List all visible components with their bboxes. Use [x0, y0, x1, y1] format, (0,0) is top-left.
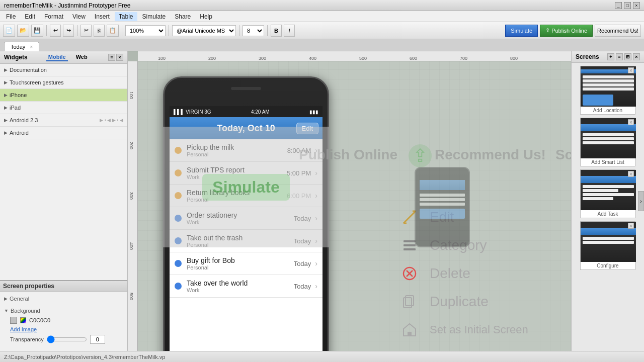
toolbar-separator-3 [122, 25, 122, 36]
task-item[interactable]: Take over the world Work Today › [170, 275, 323, 298]
section-android23[interactable]: ▶ Android 2.3 ▶ • ◀ ▶ • ◀ [0, 114, 127, 127]
font-select[interactable]: @Arial Unicode MS [172, 25, 236, 36]
toolbar-separator-6 [267, 25, 268, 36]
simulate-label: Simulate [202, 174, 289, 201]
ctx-set-initial-item[interactable]: Set as Initial Screen [399, 320, 560, 340]
new-button[interactable]: 📄 [3, 25, 15, 37]
close-button[interactable]: × [633, 2, 640, 9]
menu-simulate[interactable]: Simulate [138, 12, 170, 21]
maximize-button[interactable]: □ [624, 2, 631, 9]
share-icon-faded: ⇪ [409, 144, 432, 167]
cut-button[interactable]: ✂ [80, 25, 92, 37]
general-label: General [10, 296, 29, 302]
section-touchscreen[interactable]: ▶ Touchscreen gestures [0, 76, 127, 89]
thumb-close-icon[interactable]: × [628, 119, 634, 125]
menu-format[interactable]: Format [40, 12, 67, 21]
screen-thumb-add-smart-list[interactable]: × Add Smart List [580, 118, 635, 166]
status-bar-bottom: Z:\Capa_Prototipado\Prototipos\version_4… [0, 351, 644, 362]
task-category: Work [187, 287, 294, 293]
context-menu-area: Edit Category Delete [399, 207, 560, 340]
widgets-title: Widgets [4, 54, 28, 61]
widgets-panel-close[interactable]: × [116, 54, 123, 61]
phone-thumb-faded [415, 167, 470, 247]
left-panel: Widgets Mobile Web ≡ × ▶ Documentation ▶ [0, 51, 128, 351]
simulate-button[interactable]: Simulate [505, 25, 538, 37]
menu-share[interactable]: Share [171, 12, 195, 21]
menu-table[interactable]: Table [115, 12, 137, 21]
right-panel: Screens + ≡ ⊞ × × [571, 51, 644, 351]
redo-button[interactable]: ↪ [63, 25, 74, 37]
ruler-tick: 300 [129, 192, 134, 200]
web-tab[interactable]: Web [74, 53, 90, 61]
screen-thumb-add-task[interactable]: × Add Task [580, 169, 635, 218]
recommend-us-label: Recommend Us! [435, 147, 546, 163]
screens-toolbar: + ≡ ⊞ × [607, 53, 640, 60]
widgets-panel-menu[interactable]: ≡ [108, 54, 115, 61]
menu-edit[interactable]: Edit [21, 12, 39, 21]
color-swatch[interactable] [10, 317, 17, 324]
title-text: rememberTheMilk - Justinmind Prototyper … [4, 2, 130, 9]
tab-close-icon[interactable]: × [30, 44, 33, 50]
task-item[interactable]: Buy gift for Bob Personal Today › [170, 252, 323, 275]
section-label: iPhone [10, 92, 27, 98]
mobile-tab[interactable]: Mobile [46, 53, 68, 61]
font-size-select[interactable]: 8 10 12 [243, 25, 264, 36]
title-controls[interactable]: _ □ × [615, 2, 640, 9]
general-section: ▶ General [4, 295, 123, 303]
section-label: Android 2.3 [10, 117, 38, 123]
screens-add-icon[interactable]: + [607, 53, 614, 60]
thumb-close-icon[interactable]: × [628, 171, 634, 177]
set-initial-label: Set as Initial Screen [430, 323, 528, 336]
ruler-tick: 700 [460, 56, 467, 61]
tab-today[interactable]: Today × [4, 42, 39, 51]
color-swatch-2[interactable] [20, 317, 26, 323]
transparency-slider[interactable] [47, 335, 87, 343]
ruler-tick: 600 [410, 56, 417, 61]
menu-help[interactable]: Help [196, 12, 216, 21]
zoom-select[interactable]: 100% 75% 150% [125, 25, 166, 36]
delete-label: Delete [430, 265, 470, 282]
add-image-link[interactable]: Add Image [10, 326, 37, 332]
screens-layout-icon[interactable]: ⊞ [624, 53, 631, 60]
task-dot-blue [175, 260, 182, 267]
section-ipad[interactable]: ▶ iPad [0, 102, 127, 114]
paste-button[interactable]: 📋 [107, 25, 119, 37]
menu-insert[interactable]: Insert [91, 12, 114, 21]
section-iphone[interactable]: ▶ iPhone [0, 89, 127, 102]
bold-button[interactable]: B [271, 25, 282, 37]
publish-button[interactable]: ⇪ Publish Online [540, 25, 593, 37]
thumb-close-icon[interactable]: × [628, 223, 634, 229]
tab-bar: Today × [0, 39, 644, 51]
simulate-overlay: Simulate [163, 127, 329, 247]
section-android[interactable]: ▶ Android [0, 127, 127, 139]
task-info: Buy gift for Bob Personal [187, 256, 294, 270]
screen-thumb-add-location[interactable]: × Add Location [580, 66, 635, 115]
screens-header: Screens + ≡ ⊞ × [572, 51, 644, 63]
recommend-button[interactable]: Recommend Us! [595, 25, 641, 37]
ctx-delete-item[interactable]: Delete [399, 263, 560, 284]
screens-menu-icon[interactable]: ≡ [616, 53, 623, 60]
open-button[interactable]: 📂 [17, 25, 29, 37]
ctx-duplicate-item[interactable]: Duplicate [399, 292, 560, 312]
thumb-close-icon[interactable]: × [628, 67, 634, 73]
svg-rect-4 [404, 244, 416, 246]
delete-icon [399, 263, 420, 284]
transparency-value[interactable]: 0 [90, 335, 105, 344]
copy-button[interactable]: ⎘ [94, 25, 105, 37]
minimize-button[interactable]: _ [615, 2, 622, 9]
signal-strength: ▌▌▌ VIRGIN 3G [174, 109, 211, 115]
screens-close-icon[interactable]: × [633, 53, 640, 60]
ruler-tick: 500 [129, 293, 134, 300]
svg-rect-3 [404, 240, 416, 242]
screen-thumb-configure[interactable]: × Configure [580, 221, 635, 270]
menu-view[interactable]: View [68, 12, 90, 21]
italic-button[interactable]: I [284, 25, 295, 37]
task-name: Take over the world [187, 279, 294, 287]
section-documentation[interactable]: ▶ Documentation [0, 64, 127, 76]
undo-button[interactable]: ↩ [50, 25, 61, 37]
right-panel-expand-icon[interactable]: › [638, 191, 644, 211]
menu-file[interactable]: File [2, 12, 20, 21]
toolbar: 📄 📂 💾 ↩ ↪ ✂ ⎘ 📋 100% 75% 150% @Arial Uni… [0, 22, 644, 39]
save-button[interactable]: 💾 [31, 25, 43, 37]
triangle-icon: ▶ [4, 118, 8, 123]
